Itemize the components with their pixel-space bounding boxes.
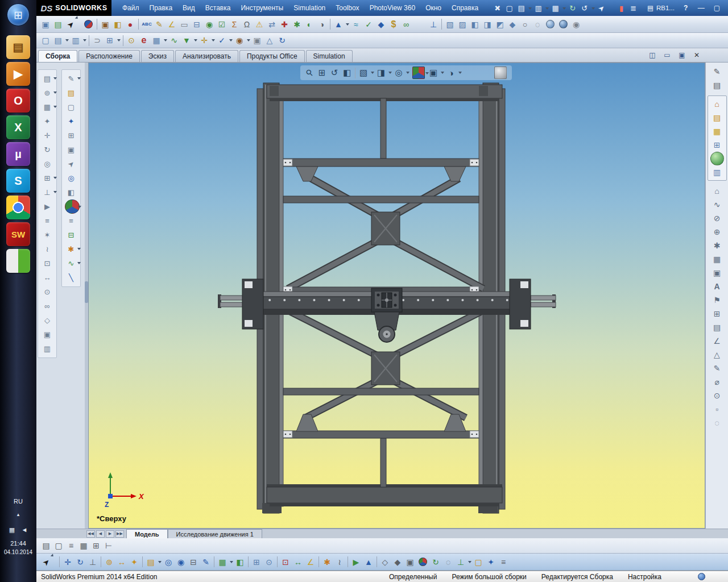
carriage-and-motor[interactable]: [371, 288, 402, 342]
tab-1[interactable]: Сборка: [38, 50, 77, 62]
appearances-scenes-icon[interactable]: [710, 152, 724, 165]
menu-2[interactable]: Правка: [144, 0, 178, 16]
appearance-icon[interactable]: [65, 199, 80, 214]
new-part-icon[interactable]: ▢: [472, 556, 485, 568]
minimize-icon[interactable]: —: [698, 0, 705, 16]
new-document-icon[interactable]: ▢: [503, 2, 515, 14]
save-icon[interactable]: ▥: [532, 2, 544, 14]
insert-part-icon[interactable]: ▤: [64, 86, 78, 100]
dfmxpress-icon[interactable]: ✓: [362, 18, 375, 31]
suppress-icon[interactable]: ⊟: [187, 556, 200, 568]
taskpane-note-icon[interactable]: ▤: [710, 78, 724, 92]
edit-component-icon[interactable]: ✎: [200, 556, 212, 568]
doc-tab-2[interactable]: Исследование движения 1: [168, 529, 262, 538]
target-icon[interactable]: ⊙: [710, 389, 724, 402]
menu-3[interactable]: Вид: [177, 0, 200, 16]
maximize-icon[interactable]: ▢: [714, 0, 720, 16]
mirror-components-icon[interactable]: ◧: [234, 556, 246, 568]
float-manager-icon[interactable]: ▣: [677, 50, 687, 60]
appearance-icon[interactable]: [419, 558, 427, 566]
language-indicator[interactable]: RU: [0, 498, 36, 505]
excel-icon[interactable]: X: [6, 115, 30, 139]
mass-properties-icon[interactable]: Ω: [241, 18, 253, 31]
motion-analysis-icon[interactable]: ↻: [276, 34, 288, 47]
show-hidden-tray-icon[interactable]: ▴: [0, 512, 36, 517]
compare-documents-icon[interactable]: ⇄: [266, 18, 278, 31]
record-video-icon[interactable]: ●: [124, 18, 136, 31]
tab-4[interactable]: Анализировать: [175, 50, 238, 62]
mate-icon[interactable]: ⊚: [103, 556, 115, 568]
print-preview-icon[interactable]: ▤: [40, 539, 52, 552]
apply-scene-sphere-icon[interactable]: ◉: [570, 18, 582, 31]
media-player-icon[interactable]: ▶: [6, 62, 30, 86]
camera-icon[interactable]: ▣: [99, 18, 111, 31]
select-tool-icon[interactable]: ➤: [37, 553, 55, 571]
lightweight-icon[interactable]: ◌: [442, 556, 454, 568]
menu-10[interactable]: Справка: [446, 0, 483, 16]
zoom-area-icon[interactable]: ⊞: [316, 66, 328, 79]
clock-time[interactable]: 21:44: [0, 540, 36, 547]
simulation-icon[interactable]: ▲: [362, 556, 375, 568]
explorer-icon[interactable]: ▤: [6, 35, 30, 59]
edit-appearance-icon[interactable]: [412, 66, 425, 79]
solidworks-icon[interactable]: SW: [6, 222, 30, 246]
belt-chain-icon[interactable]: ∞: [40, 299, 55, 313]
status-help-sphere-icon[interactable]: [698, 573, 705, 580]
scan-to-3d-icon[interactable]: △: [263, 34, 276, 47]
shaded-with-edges-icon[interactable]: [559, 20, 568, 28]
tray-volume-icon[interactable]: ◄: [20, 525, 29, 534]
view-top-icon[interactable]: ◩: [494, 18, 506, 31]
tab-3[interactable]: Эскиз: [141, 50, 174, 62]
mate-icon[interactable]: ⊚: [40, 86, 55, 100]
copy-with-mates-icon[interactable]: ⊞: [64, 128, 78, 143]
sw-rx-icon[interactable]: ▮: [615, 2, 627, 14]
snapshot-icon[interactable]: ◧: [111, 18, 124, 31]
doc-tab-1[interactable]: Модель: [126, 529, 168, 538]
smart-fasteners-icon[interactable]: ✦: [485, 556, 497, 568]
deviation-analysis-icon[interactable]: ✱: [291, 18, 303, 31]
isolate-icon[interactable]: ▣: [404, 556, 416, 568]
section-view-icon[interactable]: ◧: [341, 66, 353, 79]
view-palette-icon[interactable]: ⊞: [710, 138, 724, 152]
clearance-verification-icon[interactable]: ↔: [40, 271, 55, 285]
angle-icon[interactable]: ∠: [710, 334, 724, 348]
ambient-sphere-icon[interactable]: [494, 66, 507, 79]
driveworksxpress-icon[interactable]: ◆: [375, 18, 387, 31]
sheet-icon[interactable]: ▤: [710, 321, 724, 334]
design-checker-icon[interactable]: ✓: [216, 34, 228, 47]
width-mate-icon[interactable]: ↔: [115, 556, 128, 568]
spellcheck-icon[interactable]: ABC: [140, 18, 153, 31]
explode-line-icon[interactable]: ≀: [333, 556, 346, 568]
pencil-icon[interactable]: ✎: [710, 361, 724, 375]
open-document-icon[interactable]: ▤: [515, 2, 527, 14]
show-component-icon[interactable]: ◉: [175, 556, 187, 568]
exploded-view-icon[interactable]: ✶: [40, 228, 55, 242]
edit-component-icon[interactable]: ✎: [64, 72, 78, 86]
text-tool-icon[interactable]: A: [710, 280, 724, 293]
sketch-line-icon[interactable]: ╲: [64, 271, 78, 285]
change-transparency-icon[interactable]: ◧: [64, 185, 78, 199]
fix-component-icon[interactable]: ⊥: [86, 556, 99, 568]
view-orientation-icon[interactable]: ▧: [357, 66, 370, 79]
print-icon[interactable]: ▦: [549, 2, 561, 14]
assembly-features-icon[interactable]: ⊞: [40, 171, 55, 185]
menu-9[interactable]: Окно: [420, 0, 446, 16]
hidden-lines-icon[interactable]: ◌: [531, 18, 544, 31]
view-isometric-icon[interactable]: ◆: [506, 18, 519, 31]
file-explorer-icon[interactable]: ▦: [710, 124, 724, 138]
star-icon[interactable]: ✱: [710, 239, 724, 252]
isolate-icon[interactable]: ▣: [40, 327, 55, 342]
tab-first-icon[interactable]: ◀◀: [86, 530, 95, 538]
edrawings-icon[interactable]: e: [138, 34, 150, 47]
print3d-icon[interactable]: ▣: [39, 18, 52, 31]
dashed-circle-icon[interactable]: ◌: [710, 416, 724, 430]
hide-component-icon[interactable]: ◎: [162, 556, 175, 568]
bill-of-materials-icon[interactable]: ≡: [40, 214, 55, 228]
menu-1[interactable]: Файл: [117, 0, 144, 16]
custom-properties-icon[interactable]: ▥: [710, 165, 724, 179]
rotate-component-icon[interactable]: ↻: [74, 556, 86, 568]
explode-line-icon[interactable]: ≀: [40, 242, 55, 256]
move-component-icon[interactable]: ✛: [40, 128, 55, 143]
view-back-icon[interactable]: ▨: [456, 18, 469, 31]
opera-icon[interactable]: O: [6, 89, 30, 113]
